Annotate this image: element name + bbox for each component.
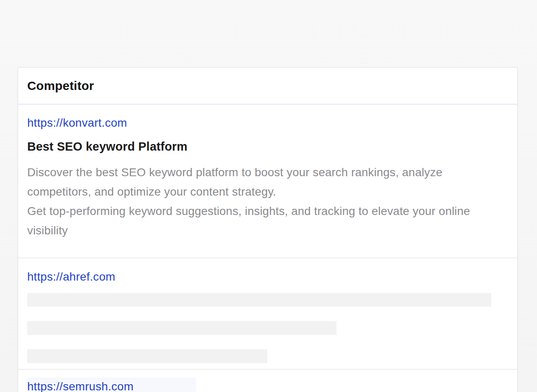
description-line: Discover the best SEO keyword platform t… (27, 166, 443, 198)
competitor-url-link[interactable]: https://semrush.com (27, 380, 134, 392)
competitor-url-link[interactable]: https://konvart.com (27, 116, 127, 130)
competitor-panel: Competitor https://konvart.com Best SEO … (18, 67, 518, 392)
competitor-description: Discover the best SEO keyword platform t… (27, 163, 502, 257)
competitor-url-link[interactable]: https://ahref.com (27, 270, 115, 284)
loading-placeholder-bar (27, 349, 267, 363)
loading-placeholder-bar (27, 293, 491, 307)
competitor-entry-semrush: https://semrush.com (18, 370, 517, 392)
panel-title: Competitor (27, 79, 94, 93)
loading-placeholder-bar (27, 321, 337, 335)
competitor-entry-ahref: https://ahref.com (18, 258, 517, 369)
competitor-page-title: Best SEO keyword Platform (27, 140, 508, 153)
competitor-entry-konvart: https://konvart.com Best SEO keyword Pla… (18, 104, 517, 257)
page-background: Competitor https://konvart.com Best SEO … (0, 0, 537, 392)
description-line: Get top-performing keyword suggestions, … (27, 205, 470, 237)
panel-header: Competitor (18, 68, 517, 104)
url-highlight-background: https://semrush.com (27, 378, 196, 392)
